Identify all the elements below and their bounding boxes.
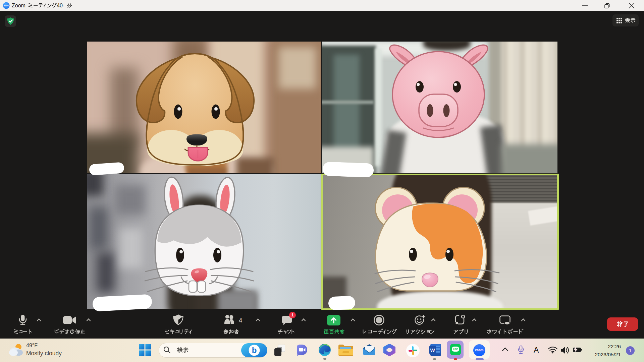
svg-text:W: W: [430, 347, 435, 353]
svg-text:b: b: [252, 346, 257, 355]
